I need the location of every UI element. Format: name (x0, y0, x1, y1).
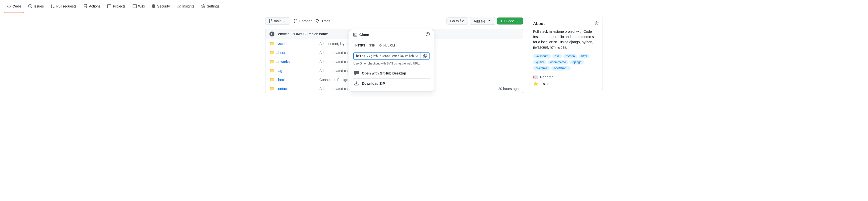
nav-security-label: Security (157, 4, 170, 8)
download-zip-label: Download ZIP (362, 82, 385, 86)
commit-message[interactable]: lemocla Fix aws S3 region name (277, 32, 328, 36)
sidebar: About Full stack milestone project with … (529, 17, 603, 93)
top-nav: Code Issues Pull requests Actions (0, 0, 868, 13)
nav-insights-label: Insights (182, 4, 194, 8)
branch-selector[interactable]: main (265, 18, 290, 25)
branch-count[interactable]: 1 branch (293, 19, 312, 23)
copy-icon (423, 54, 427, 58)
topic-html[interactable]: html (579, 54, 590, 58)
go-to-file-button[interactable]: Go to file (446, 18, 468, 25)
toolbar-right: Go to file Add file Code (446, 17, 523, 25)
topics: javascript css python html jquery ecomme… (533, 54, 598, 70)
file-name[interactable]: about (276, 51, 316, 55)
clone-tab-https[interactable]: HTTPS (353, 42, 367, 49)
about-header: About (533, 21, 598, 26)
tag-icon (315, 19, 319, 23)
code-button-icon (501, 19, 505, 23)
about-title: About (533, 22, 545, 26)
clone-header: Clone (349, 29, 434, 40)
topic-jquery[interactable]: jquery (533, 60, 546, 64)
settings-icon (201, 4, 205, 8)
topic-css[interactable]: css (552, 54, 562, 58)
projects-icon (107, 4, 112, 8)
clone-url-input[interactable] (353, 53, 420, 59)
folder-icon: 📁 (270, 68, 273, 73)
clone-title: Clone (353, 33, 369, 37)
topic-python[interactable]: python (563, 54, 577, 58)
nav-settings[interactable]: Settings (198, 0, 222, 13)
nav-insights[interactable]: Insights (174, 0, 197, 13)
file-name[interactable]: bag (276, 69, 316, 73)
download-zip-action[interactable]: Download ZIP (353, 79, 430, 88)
clone-body: Use Git or checkout with SVN using the w… (349, 49, 434, 91)
help-icon[interactable] (426, 32, 430, 37)
file-name[interactable]: .vscode (276, 42, 316, 46)
nav-pull-requests[interactable]: Pull requests (48, 0, 80, 13)
file-name[interactable]: artworks (276, 60, 316, 64)
code-icon (7, 4, 11, 8)
readme-link[interactable]: 📖 Readme (533, 75, 598, 79)
branch-name-label: main (274, 19, 281, 23)
stars-label: 1 star (540, 82, 549, 86)
avatar: L (270, 31, 274, 36)
nav-issues-label: Issues (34, 4, 44, 8)
about-description: Full stack milestone project with Code I… (533, 29, 598, 50)
add-file-chevron-icon (488, 19, 491, 23)
folder-icon: 📁 (270, 77, 273, 82)
folder-icon: 📁 (270, 59, 273, 64)
security-icon (152, 4, 156, 8)
nav-projects[interactable]: Projects (104, 0, 129, 13)
topic-bootstrap5[interactable]: bootstrap5 (551, 66, 570, 70)
branch-count-icon (293, 19, 297, 23)
nav-security[interactable]: Security (149, 0, 173, 13)
about-links: 📖 Readme ⭐ 1 star (533, 75, 598, 86)
desktop-icon (353, 71, 359, 76)
folder-icon: 📁 (270, 86, 273, 91)
topic-ecommerce[interactable]: ecommerce (548, 60, 568, 64)
readme-label: Readme (540, 75, 553, 79)
star-icon: ⭐ (533, 81, 538, 86)
stars-link[interactable]: ⭐ 1 star (533, 81, 598, 86)
topic-javascript[interactable]: javascript (533, 54, 551, 58)
code-chevron-icon (515, 19, 519, 23)
actions-icon (84, 4, 87, 8)
tags-count-label: 0 tags (321, 19, 330, 23)
tags-count[interactable]: 0 tags (315, 19, 330, 23)
nav-settings-label: Settings (207, 4, 219, 8)
chevron-down-icon (283, 19, 287, 23)
open-desktop-action[interactable]: Open with GitHub Desktop (353, 68, 430, 79)
open-desktop-label: Open with GitHub Desktop (362, 71, 406, 75)
clone-tabs: HTTPS SSH GitHub CLI (349, 40, 434, 49)
folder-icon: 📁 (270, 50, 273, 55)
topic-braintree[interactable]: braintree (533, 66, 550, 70)
branch-count-label: 1 branch (299, 19, 312, 23)
topic-django[interactable]: django (570, 60, 584, 64)
nav-actions-label: Actions (89, 4, 100, 8)
nav-code-label: Code (12, 4, 21, 8)
file-name[interactable]: checkout (276, 78, 316, 82)
about-section: About Full stack milestone project with … (529, 17, 603, 90)
nav-pr-label: Pull requests (56, 4, 76, 8)
file-name[interactable]: contact (276, 87, 316, 91)
nav-actions[interactable]: Actions (81, 0, 103, 13)
branch-icon (269, 19, 273, 23)
folder-icon: 📁 (270, 41, 273, 46)
clone-dropdown: Clone HTTPS SSH GitHub CLI (349, 29, 434, 92)
add-file-button[interactable]: Add file (470, 17, 495, 25)
pr-icon (51, 4, 55, 8)
clone-tab-ssh[interactable]: SSH (367, 42, 377, 49)
copy-url-button[interactable] (420, 53, 430, 59)
file-time: 20 hours ago (498, 87, 519, 91)
clone-tab-cli[interactable]: GitHub CLI (377, 42, 397, 49)
insights-icon (177, 4, 181, 8)
issues-icon (28, 4, 32, 8)
code-button[interactable]: Code (497, 18, 523, 25)
nav-code[interactable]: Code (4, 0, 24, 13)
nav-wiki[interactable]: Wiki (130, 0, 148, 13)
main-content: main 1 branch 0 tags Go to file (259, 13, 609, 97)
clone-title-text: Clone (359, 33, 369, 37)
url-input-group (353, 52, 430, 60)
terminal-icon (353, 33, 357, 37)
nav-issues[interactable]: Issues (25, 0, 47, 13)
gear-icon[interactable] (595, 21, 598, 26)
